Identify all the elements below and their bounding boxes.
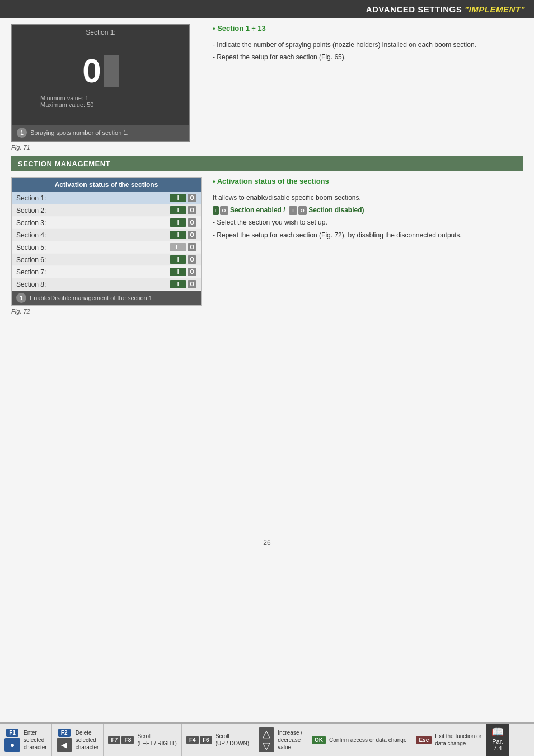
section-row-1[interactable]: Section 1: IO — [12, 192, 201, 204]
disabled-label: Section disabled) — [308, 206, 364, 214]
section-row-6[interactable]: Section 6: IO — [12, 254, 201, 266]
toggle-4[interactable]: IO — [170, 231, 196, 239]
section1-display: Section 1: 0 Minimum value: 1 Maximum va… — [11, 24, 190, 142]
toggle-8[interactable]: IO — [170, 280, 196, 288]
activation-footer: 1 Enable/Disable management of the secti… — [12, 291, 201, 305]
section-row-5[interactable]: Section 5: I O — [12, 241, 201, 254]
par-label: Par. — [491, 738, 504, 745]
section-row-8-label: Section 8: — [16, 281, 170, 288]
section-row-2-label: Section 2: — [16, 207, 170, 214]
scroll-ud-text: Scroll (UP / DOWN) — [216, 732, 249, 747]
toggle-on-6[interactable]: I — [170, 255, 186, 264]
esc-key[interactable]: Esc — [416, 736, 432, 744]
toolbar-f4f6[interactable]: F4 F6 Scroll (UP / DOWN) — [182, 724, 254, 756]
activation-header: Activation status of the sections — [12, 178, 201, 192]
toggle-circle-5[interactable]: I — [170, 243, 186, 251]
toggle-3[interactable]: IO — [170, 218, 196, 227]
header-implement: "IMPLEMENT" — [465, 4, 525, 14]
f8-key[interactable]: F8 — [121, 736, 134, 744]
f2-key[interactable]: F2 — [58, 729, 71, 737]
section-row-6-label: Section 6: — [16, 256, 170, 264]
toggle-off-4[interactable]: O — [188, 231, 196, 239]
section1-footer: 1 Spraying spots number of section 1. — [12, 125, 189, 141]
toggle-off-8[interactable]: O — [188, 280, 196, 288]
activation-info-text: It allows to enable/disable specific boo… — [213, 193, 523, 241]
fig71-panel: Section 1: 0 Minimum value: 1 Maximum va… — [11, 24, 202, 151]
legend-i-green: I — [213, 206, 219, 215]
section-row-7-label: Section 7: — [16, 268, 170, 276]
toggle-on-3[interactable]: I — [170, 218, 186, 227]
f6-key[interactable]: F6 — [200, 736, 212, 744]
toggle-off-2[interactable]: O — [188, 206, 196, 214]
increase-text: Increase / decrease value — [278, 729, 302, 751]
f7-key[interactable]: F7 — [108, 736, 120, 744]
toolbar-increase[interactable]: △▽ Increase / decrease value — [254, 724, 307, 756]
bottom-section: Activation status of the sections Sectio… — [11, 177, 523, 315]
activation-info-panel: Activation status of the sections It all… — [213, 177, 523, 315]
toolbar-esc[interactable]: Esc Exit the function or data change — [411, 724, 486, 756]
section-row-8[interactable]: Section 8: IO — [12, 278, 201, 291]
toggle-off-1[interactable]: O — [188, 194, 196, 202]
header-title: ADVANCED SETTINGS — [366, 4, 465, 14]
f4-key[interactable]: F4 — [186, 736, 199, 744]
section-row-4[interactable]: Section 4: IO — [12, 229, 201, 241]
toggle-1[interactable]: IO — [170, 194, 196, 202]
toggle-on-8[interactable]: I — [170, 280, 186, 288]
f1-icon: ● — [4, 738, 20, 752]
activation-box: Activation status of the sections Sectio… — [11, 177, 202, 306]
section-row-2[interactable]: Section 2: IO — [12, 204, 201, 217]
section1-footer-text: Spraying spots number of section 1. — [30, 129, 128, 136]
toolbar-f1[interactable]: F1 ● Enter selected character — [0, 724, 52, 756]
section-row-3[interactable]: Section 3: IO — [12, 217, 201, 229]
circle-num-1: 1 — [17, 128, 27, 138]
section-row-4-label: Section 4: — [16, 231, 170, 239]
section1-info-panel: Section 1 ÷ 13 - Indicate the number of … — [213, 24, 523, 151]
toolbar-ok[interactable]: OK Confirm access or data change — [307, 724, 411, 756]
page-number: 26 — [11, 539, 523, 547]
toggle-off-6[interactable]: O — [188, 255, 196, 264]
section1-minmax: Minimum value: 1 Maximum value: 50 — [24, 95, 178, 108]
activation-info-block: Activation status of the sections It all… — [213, 177, 523, 241]
section-row-7[interactable]: Section 7: IO — [12, 266, 201, 278]
toolbar-f7f8[interactable]: F7 F8 Scroll (LEFT / RIGHT) — [104, 724, 181, 756]
section-row-1-label: Section 1: — [16, 194, 170, 202]
section1-value: 0 — [24, 52, 178, 90]
toggle-on-1[interactable]: I — [170, 194, 186, 202]
increase-icon: △▽ — [259, 727, 274, 752]
toggle-on-7[interactable]: I — [170, 268, 186, 276]
section-row-3-label: Section 3: — [16, 219, 170, 227]
toggle-on-2[interactable]: I — [170, 206, 186, 214]
toggle-7[interactable]: IO — [170, 268, 196, 276]
par-num: 7.4 — [491, 745, 504, 752]
section1-info-text: - Indicate the number of spraying points… — [213, 40, 523, 63]
toggle-off-7[interactable]: O — [188, 268, 196, 276]
toggle-legend: I O Section enabled / I O Section disabl… — [213, 205, 523, 216]
toolbar-f2[interactable]: F2 ◀ Delete selected character — [52, 724, 104, 756]
section-row-5-label: Section 5: — [16, 244, 170, 251]
bottom-toolbar: F1 ● Enter selected character F2 ◀ Delet… — [0, 722, 534, 756]
legend-o-grey: O — [220, 206, 228, 215]
f2-text: Delete selected character — [76, 729, 99, 751]
activation-info-heading: Activation status of the sections — [213, 177, 523, 188]
cursor-block — [104, 55, 119, 87]
ok-key[interactable]: OK — [312, 736, 326, 744]
f1-key[interactable]: F1 — [6, 729, 18, 737]
toggle-6[interactable]: IO — [170, 255, 196, 264]
toggle-2[interactable]: IO — [170, 206, 196, 214]
fig72-label: Fig. 72 — [11, 308, 202, 315]
page-header: ADVANCED SETTINGS "IMPLEMENT" — [0, 0, 534, 18]
section1-title: Section 1: — [12, 25, 189, 40]
ok-text: Confirm access or data change — [329, 736, 406, 744]
f1-text: Enter selected character — [24, 729, 47, 751]
top-section: Section 1: 0 Minimum value: 1 Maximum va… — [11, 24, 523, 151]
activation-footer-text: Enable/Disable management of the section… — [30, 295, 154, 301]
par-box: 📖 Par. 7.4 — [486, 724, 509, 756]
activation-panel: Activation status of the sections Sectio… — [11, 177, 202, 315]
toggle-on-4[interactable]: I — [170, 231, 186, 239]
section1-info-block: Section 1 ÷ 13 - Indicate the number of … — [213, 24, 523, 63]
toggle-5[interactable]: I O — [170, 243, 196, 251]
toggle-off-3[interactable]: O — [188, 218, 196, 227]
section1-info-heading: Section 1 ÷ 13 — [213, 24, 523, 35]
toggle-o-5[interactable]: O — [188, 243, 196, 251]
esc-text: Exit the function or data change — [435, 732, 481, 747]
